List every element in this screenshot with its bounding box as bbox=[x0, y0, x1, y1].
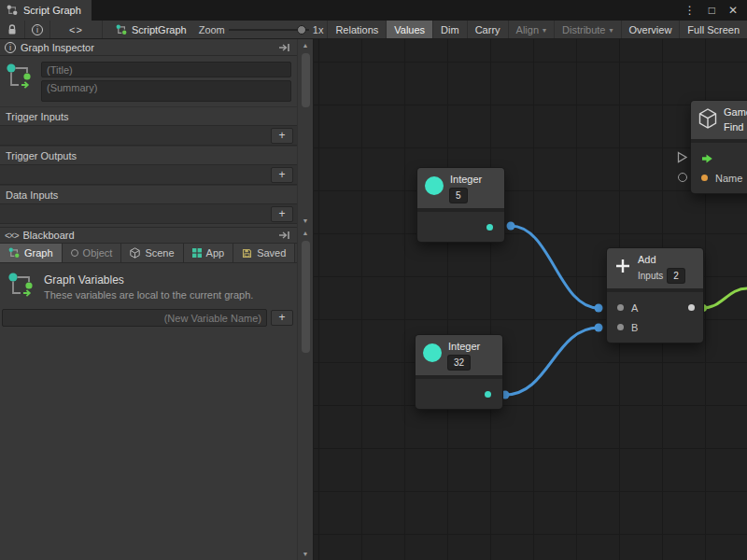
control-output-port-icon[interactable] bbox=[701, 153, 713, 164]
inputs-count-field[interactable]: 2 bbox=[668, 269, 684, 283]
distribute-button[interactable]: Distribute ▾ bbox=[554, 21, 620, 38]
integer-value-field[interactable]: 5 bbox=[450, 189, 467, 203]
find-node[interactable]: Game Find Name bbox=[691, 101, 747, 193]
port-label: B bbox=[631, 322, 638, 333]
scroll-down-button[interactable]: ▼ bbox=[298, 215, 313, 227]
tab-saved[interactable]: Saved bbox=[233, 244, 295, 262]
graph-name: ScriptGraph bbox=[132, 24, 187, 35]
tab-label: App bbox=[206, 247, 225, 259]
unit-title: Game bbox=[724, 106, 747, 119]
data-input-port[interactable] bbox=[678, 173, 687, 182]
lock-button[interactable] bbox=[0, 21, 25, 38]
output-port[interactable] bbox=[485, 391, 491, 398]
align-button[interactable]: Align ▾ bbox=[508, 21, 554, 38]
script-graph-icon bbox=[7, 5, 18, 16]
section-label: Trigger Outputs bbox=[0, 147, 297, 164]
section-trigger-inputs: Trigger Inputs + bbox=[0, 106, 297, 146]
unit-subtitle: Find bbox=[724, 121, 747, 133]
graph-inspector-title: Graph Inspector bbox=[21, 42, 272, 53]
add-data-input-button[interactable]: + bbox=[271, 206, 293, 222]
tab-label: Graph bbox=[24, 247, 53, 259]
integer-value-field[interactable]: 32 bbox=[448, 356, 470, 370]
tab-app[interactable]: App bbox=[184, 244, 234, 262]
dock-panel-button[interactable] bbox=[276, 43, 292, 52]
graph-inspector-header: i Graph Inspector bbox=[0, 39, 297, 56]
cube-icon bbox=[698, 108, 717, 129]
output-port[interactable] bbox=[486, 224, 493, 231]
name-input-port[interactable] bbox=[701, 175, 708, 181]
zoom-value: 1x bbox=[313, 24, 324, 35]
blackboard-title: Blackboard bbox=[23, 230, 272, 241]
info-button[interactable]: i bbox=[25, 21, 50, 38]
tab-scene[interactable]: Scene bbox=[121, 244, 183, 262]
carry-button[interactable]: Carry bbox=[467, 21, 508, 38]
zoom-label: Zoom bbox=[199, 24, 225, 35]
tab-graph[interactable]: Graph bbox=[0, 244, 63, 262]
info-icon: i bbox=[5, 42, 16, 53]
section-trigger-outputs: Trigger Outputs + bbox=[0, 146, 297, 185]
blackboard-tabs: Graph Object Scene bbox=[0, 244, 297, 263]
unit-body: A B bbox=[607, 292, 703, 343]
integer-node-32[interactable]: Integer 32 bbox=[416, 335, 502, 409]
graph-title-input[interactable] bbox=[41, 62, 291, 77]
maximize-button[interactable]: □ bbox=[709, 4, 715, 17]
tab-label: Scene bbox=[145, 247, 174, 259]
scroll-up-button[interactable]: ▲ bbox=[298, 227, 313, 239]
full-screen-button[interactable]: Full Screen bbox=[679, 21, 747, 38]
port-label: A bbox=[631, 302, 638, 314]
dim-button[interactable]: Dim bbox=[432, 21, 467, 38]
tab-label: Saved bbox=[257, 247, 286, 259]
scroll-up-button[interactable]: ▲ bbox=[298, 39, 313, 51]
overview-button[interactable]: Overview bbox=[621, 21, 680, 38]
distribute-label: Distribute bbox=[562, 24, 605, 35]
new-variable-input[interactable] bbox=[2, 309, 267, 327]
control-input-port[interactable] bbox=[676, 151, 688, 163]
add-variable-button[interactable]: + bbox=[271, 310, 293, 326]
graph-variables-heading: Graph Variables bbox=[44, 272, 253, 287]
relations-button[interactable]: Relations bbox=[327, 21, 386, 38]
blackboard-scrollbar[interactable]: ▲ ▼ bbox=[297, 227, 313, 560]
dock-panel-button[interactable] bbox=[276, 231, 292, 240]
scrollbar-thumb[interactable] bbox=[302, 241, 310, 353]
caret-down-icon: ▾ bbox=[610, 26, 613, 35]
cube-icon bbox=[130, 247, 140, 259]
menu-button[interactable]: ⋮ bbox=[684, 4, 696, 17]
add-trigger-input-button[interactable]: + bbox=[271, 128, 293, 144]
unit-header: Integer 32 bbox=[416, 335, 502, 379]
add-trigger-output-button[interactable]: + bbox=[271, 167, 293, 183]
graph-summary-input[interactable] bbox=[41, 80, 291, 102]
graph-variables-description: These variables are local to the current… bbox=[44, 289, 253, 301]
values-button[interactable]: Values bbox=[386, 21, 432, 38]
wire-endpoint bbox=[507, 222, 515, 231]
input-port-b[interactable] bbox=[617, 324, 624, 330]
close-button[interactable]: ✕ bbox=[728, 4, 738, 17]
wire-add-output bbox=[703, 288, 747, 308]
window-tab-script-graph[interactable]: Script Graph bbox=[0, 0, 92, 21]
input-port-a[interactable] bbox=[617, 304, 624, 311]
zoom-slider[interactable] bbox=[229, 23, 309, 36]
dock-icon bbox=[278, 43, 290, 52]
wire-integer5-to-add-a bbox=[511, 226, 599, 308]
tab-object[interactable]: Object bbox=[63, 244, 122, 262]
graph-variables-icon bbox=[7, 272, 35, 301]
unit-title: Integer bbox=[448, 341, 480, 353]
zoom-slider-knob[interactable] bbox=[297, 25, 306, 35]
sidebar: i Graph Inspector bbox=[0, 39, 314, 560]
unit-body bbox=[416, 379, 502, 409]
script-graph-icon bbox=[116, 24, 127, 35]
add-node[interactable]: Add Inputs 2 A B bbox=[607, 248, 703, 343]
inspector-scrollbar[interactable]: ▲ ▼ bbox=[297, 39, 313, 227]
window-controls: ⋮ □ ✕ bbox=[684, 0, 747, 21]
blackboard-panel: <×> Blackboard bbox=[0, 227, 313, 560]
unit-body bbox=[417, 212, 504, 242]
scroll-down-button[interactable]: ▼ bbox=[298, 548, 313, 560]
wire-endpoint bbox=[595, 324, 603, 332]
scrollbar-thumb[interactable] bbox=[302, 53, 310, 107]
code-button[interactable]: <> bbox=[50, 21, 103, 38]
integer-node-5[interactable]: Integer 5 bbox=[417, 168, 504, 242]
graph-toolbar: i <> ScriptGraph Zoom 1x Relations Value… bbox=[0, 21, 747, 39]
inputs-label: Inputs bbox=[638, 271, 663, 281]
output-port[interactable] bbox=[688, 304, 695, 311]
graph-canvas[interactable]: Integer 5 Integer 32 bbox=[314, 39, 747, 560]
graph-breadcrumb[interactable]: ScriptGraph bbox=[107, 21, 195, 38]
